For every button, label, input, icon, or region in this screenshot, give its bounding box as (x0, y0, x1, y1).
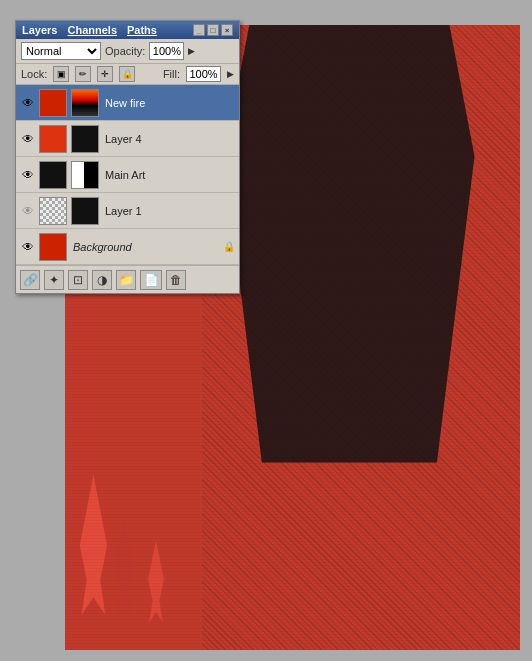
layer-item-new-fire[interactable]: 👁 New fire (16, 85, 239, 121)
visibility-eye-layer4[interactable]: 👁 (20, 131, 36, 147)
maximize-button[interactable]: □ (207, 24, 219, 36)
fill-label: Fill: (163, 68, 180, 80)
blend-mode-row: Normal Multiply Screen Overlay Opacity: … (16, 39, 239, 64)
lock-all-btn[interactable]: 🔒 (119, 66, 135, 82)
opacity-input[interactable] (149, 42, 184, 60)
titlebar-controls: _ □ × (193, 24, 233, 36)
flame-1 (76, 475, 110, 650)
opacity-arrow[interactable]: ▶ (188, 46, 195, 56)
layer-item-layer4[interactable]: 👁 Layer 4 (16, 121, 239, 157)
lock-row: Lock: ▣ ✏ ✛ 🔒 Fill: ▶ (16, 64, 239, 85)
layer-item-main-art[interactable]: 👁 Main Art (16, 157, 239, 193)
delete-layer-btn[interactable]: 🗑 (166, 270, 186, 290)
minimize-button[interactable]: _ (193, 24, 205, 36)
layer-item-layer1[interactable]: 👁 Layer 1 (16, 193, 239, 229)
tab-layers[interactable]: Layers (22, 24, 57, 36)
mask-new-fire (71, 89, 99, 117)
layer-style-btn[interactable]: ✦ (44, 270, 64, 290)
thumb-layer1 (39, 197, 67, 225)
mask-layer1 (71, 197, 99, 225)
lock-label: Lock: (21, 68, 47, 80)
thumb-background (39, 233, 67, 261)
new-group-btn[interactable]: 📁 (116, 270, 136, 290)
close-button[interactable]: × (221, 24, 233, 36)
new-layer-btn[interactable]: 📄 (140, 270, 162, 290)
add-mask-btn[interactable]: ⊡ (68, 270, 88, 290)
lock-transparent-btn[interactable]: ▣ (53, 66, 69, 82)
thumb-layer4 (39, 125, 67, 153)
flame-area (65, 431, 293, 650)
lock-paint-btn[interactable]: ✏ (75, 66, 91, 82)
figure-dark (224, 25, 474, 463)
blend-mode-select[interactable]: Normal Multiply Screen Overlay (21, 42, 101, 60)
tab-channels[interactable]: Channels (67, 24, 117, 36)
layers-list: 👁 New fire 👁 Layer 4 👁 Main Art 👁 Layer … (16, 85, 239, 265)
lock-position-btn[interactable]: ✛ (97, 66, 113, 82)
lock-icon-background: 🔒 (223, 241, 235, 253)
mask-layer4 (71, 125, 99, 153)
layer-name-background: Background (70, 241, 220, 253)
layers-panel: Layers Channels Paths _ □ × Normal Multi… (15, 20, 240, 294)
layer-name-layer4: Layer 4 (102, 133, 235, 145)
panel-titlebar: Layers Channels Paths _ □ × (16, 21, 239, 39)
flame-2 (111, 519, 138, 650)
layer-name-layer1: Layer 1 (102, 205, 235, 217)
mask-main-art (71, 161, 99, 189)
opacity-label: Opacity: (105, 45, 145, 57)
flame-3 (145, 541, 168, 650)
thumb-new-fire (39, 89, 67, 117)
visibility-eye-main-art[interactable]: 👁 (20, 167, 36, 183)
link-layers-btn[interactable]: 🔗 (20, 270, 40, 290)
new-fill-layer-btn[interactable]: ◑ (92, 270, 112, 290)
panel-toolbar: 🔗 ✦ ⊡ ◑ 📁 📄 🗑 (16, 265, 239, 293)
visibility-eye-background[interactable]: 👁 (20, 239, 36, 255)
layer-name-new-fire: New fire (102, 97, 235, 109)
tab-paths[interactable]: Paths (127, 24, 157, 36)
visibility-eye-new-fire[interactable]: 👁 (20, 95, 36, 111)
fill-input[interactable] (186, 66, 221, 82)
fill-arrow[interactable]: ▶ (227, 69, 234, 79)
visibility-eye-layer1[interactable]: 👁 (20, 203, 36, 219)
layer-name-main-art: Main Art (102, 169, 235, 181)
titlebar-tabs: Layers Channels Paths (22, 24, 157, 36)
thumb-main-art (39, 161, 67, 189)
layer-item-background[interactable]: 👁 Background 🔒 (16, 229, 239, 265)
